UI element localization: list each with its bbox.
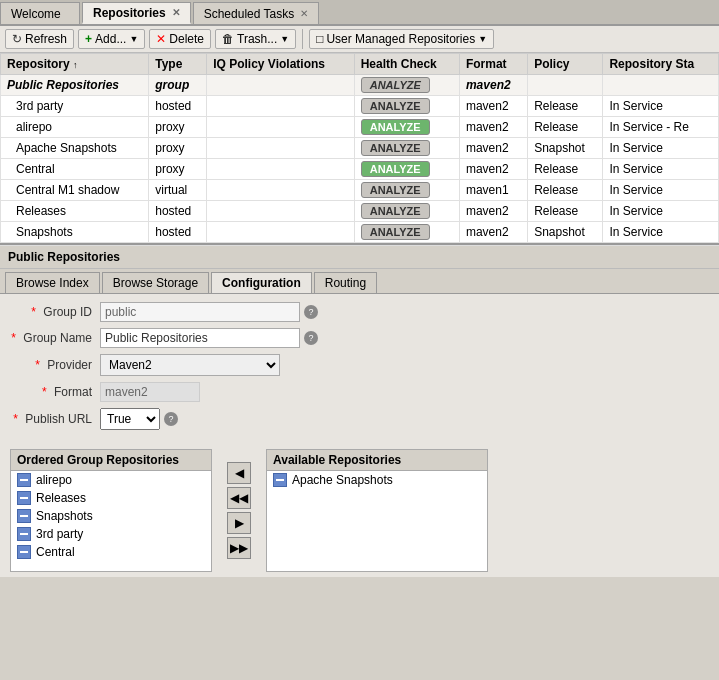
analyze-button[interactable]: ANALYZE	[361, 182, 430, 198]
trash-button[interactable]: 🗑 Trash... ▼	[215, 29, 296, 49]
cell-format: maven2	[459, 96, 527, 117]
list-item-label: alirepo	[36, 473, 72, 487]
available-list-item[interactable]: Apache Snapshots	[267, 471, 487, 489]
cell-status: In Service	[603, 96, 719, 117]
table-row[interactable]: Central proxy ANALYZE maven2 Release In …	[1, 159, 719, 180]
tab-repositories[interactable]: Repositories ✕	[82, 2, 191, 24]
transfer-left-all-button[interactable]: ◀◀	[227, 487, 251, 509]
group-id-input[interactable]	[100, 302, 300, 322]
detail-tabs: Browse Index Browse Storage Configuratio…	[0, 269, 719, 294]
publish-url-select[interactable]: True False	[100, 408, 160, 430]
analyze-button[interactable]: ANALYZE	[361, 161, 430, 177]
transfer-buttons: ◀◀◀▶▶▶	[222, 449, 256, 572]
provider-row: * Provider Maven2	[10, 354, 709, 376]
ordered-list-item[interactable]: Snapshots	[11, 507, 211, 525]
detail-panel: Public Repositories Browse Index Browse …	[0, 245, 719, 577]
ordered-group-title: Ordered Group Repositories	[11, 450, 211, 471]
table-row[interactable]: Releases hosted ANALYZE maven2 Release I…	[1, 201, 719, 222]
transfer-right-button[interactable]: ▶	[227, 512, 251, 534]
cell-name: Apache Snapshots	[1, 138, 149, 159]
cell-healthcheck[interactable]: ANALYZE	[354, 75, 459, 96]
toolbar-separator	[302, 29, 303, 49]
group-id-help-icon[interactable]: ?	[304, 305, 318, 319]
group-name-help-icon[interactable]: ?	[304, 331, 318, 345]
cell-iq	[207, 75, 355, 96]
ordered-list-item[interactable]: Releases	[11, 489, 211, 507]
delete-button[interactable]: ✕ Delete	[149, 29, 211, 49]
ordered-group-list: alirepoReleasesSnapshots3rd partyCentral	[11, 471, 211, 571]
tabs-bar: Welcome Repositories ✕ Scheduled Tasks ✕	[0, 0, 719, 26]
table-row[interactable]: Snapshots hosted ANALYZE maven2 Snapshot…	[1, 222, 719, 243]
analyze-button[interactable]: ANALYZE	[361, 119, 430, 135]
publish-url-row: * Publish URL True False ?	[10, 408, 709, 430]
col-status[interactable]: Repository Sta	[603, 54, 719, 75]
col-policy[interactable]: Policy	[528, 54, 603, 75]
user-managed-dropdown-icon: ▼	[478, 34, 487, 44]
ordered-list-item[interactable]: Central	[11, 543, 211, 561]
tab-scheduled-tasks[interactable]: Scheduled Tasks ✕	[193, 2, 320, 24]
tab-configuration[interactable]: Configuration	[211, 272, 312, 293]
tab-routing[interactable]: Routing	[314, 272, 377, 293]
list-item-icon	[17, 545, 31, 559]
user-managed-button[interactable]: □ User Managed Repositories ▼	[309, 29, 494, 49]
ordered-list-item[interactable]: 3rd party	[11, 525, 211, 543]
tab-repositories-close[interactable]: ✕	[172, 7, 180, 18]
tab-browse-index[interactable]: Browse Index	[5, 272, 100, 293]
cell-format: maven2	[459, 117, 527, 138]
repositories-table-container: Repository ↑ Type IQ Policy Violations H…	[0, 53, 719, 245]
provider-select[interactable]: Maven2	[100, 354, 280, 376]
list-item-icon	[17, 473, 31, 487]
cell-policy: Release	[528, 159, 603, 180]
tab-scheduled-tasks-close[interactable]: ✕	[300, 8, 308, 19]
col-type[interactable]: Type	[149, 54, 207, 75]
table-row[interactable]: Public Repositories group ANALYZE maven2	[1, 75, 719, 96]
table-row[interactable]: 3rd party hosted ANALYZE maven2 Release …	[1, 96, 719, 117]
col-health-check[interactable]: Health Check	[354, 54, 459, 75]
transfer-left-button[interactable]: ◀	[227, 462, 251, 484]
publish-url-help-icon[interactable]: ?	[164, 412, 178, 426]
col-repository[interactable]: Repository ↑	[1, 54, 149, 75]
col-iq-policy[interactable]: IQ Policy Violations	[207, 54, 355, 75]
group-panels: Ordered Group Repositories alirepoReleas…	[0, 444, 719, 577]
detail-title: Public Repositories	[0, 245, 719, 269]
tab-welcome[interactable]: Welcome	[0, 2, 80, 24]
cell-healthcheck[interactable]: ANALYZE	[354, 180, 459, 201]
table-row[interactable]: Apache Snapshots proxy ANALYZE maven2 Sn…	[1, 138, 719, 159]
cell-healthcheck[interactable]: ANALYZE	[354, 159, 459, 180]
cell-healthcheck[interactable]: ANALYZE	[354, 222, 459, 243]
refresh-button[interactable]: ↻ Refresh	[5, 29, 74, 49]
table-row[interactable]: Central M1 shadow virtual ANALYZE maven1…	[1, 180, 719, 201]
analyze-button[interactable]: ANALYZE	[361, 77, 430, 93]
list-item-label: Releases	[36, 491, 86, 505]
table-row[interactable]: alirepo proxy ANALYZE maven2 Release In …	[1, 117, 719, 138]
cell-policy: Release	[528, 96, 603, 117]
ordered-list-item[interactable]: alirepo	[11, 471, 211, 489]
refresh-label: Refresh	[25, 32, 67, 46]
analyze-button[interactable]: ANALYZE	[361, 203, 430, 219]
cell-status: In Service	[603, 138, 719, 159]
group-name-input[interactable]	[100, 328, 300, 348]
cell-type: virtual	[149, 180, 207, 201]
cell-healthcheck[interactable]: ANALYZE	[354, 201, 459, 222]
col-format[interactable]: Format	[459, 54, 527, 75]
add-button[interactable]: + Add... ▼	[78, 29, 145, 49]
cell-healthcheck[interactable]: ANALYZE	[354, 138, 459, 159]
available-repos-list: Apache Snapshots	[267, 471, 487, 571]
cell-format: maven2	[459, 159, 527, 180]
tab-scheduled-tasks-label: Scheduled Tasks	[204, 7, 295, 21]
list-item-icon	[17, 509, 31, 523]
transfer-right-all-button[interactable]: ▶▶	[227, 537, 251, 559]
cell-name: 3rd party	[1, 96, 149, 117]
cell-type: group	[149, 75, 207, 96]
cell-name: Central M1 shadow	[1, 180, 149, 201]
tab-browse-storage[interactable]: Browse Storage	[102, 272, 209, 293]
analyze-button[interactable]: ANALYZE	[361, 140, 430, 156]
cell-name: Snapshots	[1, 222, 149, 243]
group-id-label: * Group ID	[10, 305, 100, 319]
cell-policy: Release	[528, 180, 603, 201]
cell-healthcheck[interactable]: ANALYZE	[354, 117, 459, 138]
analyze-button[interactable]: ANALYZE	[361, 98, 430, 114]
analyze-button[interactable]: ANALYZE	[361, 224, 430, 240]
cell-healthcheck[interactable]: ANALYZE	[354, 96, 459, 117]
cell-status: In Service - Re	[603, 117, 719, 138]
